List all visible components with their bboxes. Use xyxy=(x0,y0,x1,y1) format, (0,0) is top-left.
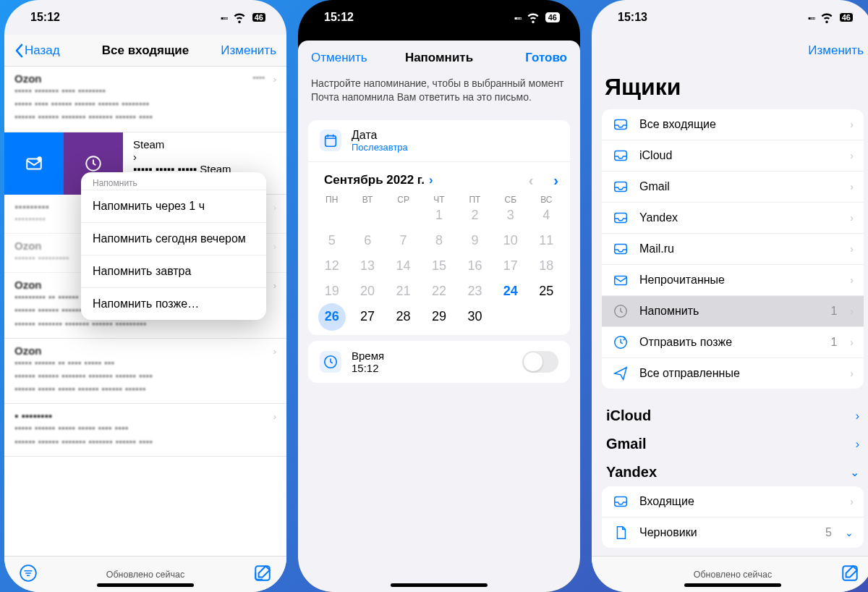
folder-label: Входящие xyxy=(639,495,840,508)
account-section[interactable]: Yandex⌄ xyxy=(592,458,868,486)
folder-row[interactable]: Входящие › xyxy=(602,486,864,517)
svg-rect-7 xyxy=(615,120,627,130)
mailbox-label: Mail.ru xyxy=(639,242,840,255)
home-indicator xyxy=(391,583,488,587)
cancel-button[interactable]: Отменить xyxy=(311,51,367,65)
sheet-description: Настройте напоминание, чтобы в выбранный… xyxy=(298,75,580,114)
chevron-right-icon: › xyxy=(850,274,854,286)
tray-icon xyxy=(612,272,629,288)
status-time: 15:12 xyxy=(324,11,354,24)
svg-rect-10 xyxy=(615,213,627,223)
folder-label: Черновики xyxy=(639,526,815,539)
wifi-icon xyxy=(231,9,247,27)
mailbox-row[interactable]: Отправить позже 1 › xyxy=(602,327,864,358)
folder-row[interactable]: Черновики 5 ⌄ xyxy=(602,517,864,548)
updated-status: Обновлено сейчас xyxy=(38,570,253,580)
filter-icon[interactable] xyxy=(19,564,38,585)
time-value: 15:12 xyxy=(352,362,384,374)
mailbox-label: Все отправленные xyxy=(639,367,840,380)
calendar-grid[interactable]: 1234 567891011 12131415161718 1920212223… xyxy=(308,205,570,335)
done-button[interactable]: Готово xyxy=(525,51,567,65)
mailbox-row[interactable]: Непрочитанные › xyxy=(602,265,864,296)
svg-rect-15 xyxy=(615,497,627,507)
mail-item[interactable]: Ozon▪▪▪▪› ▪▪▪▪▪ ▪▪▪▪▪▪▪ ▪▪▪▪ ▪▪▪▪▪▪▪▪ ▪▪… xyxy=(4,67,286,132)
phone-inbox: 15:12 46 Назад Все входящие Изменить Ozo… xyxy=(4,0,286,592)
time-label: Время xyxy=(352,350,384,362)
svg-point-1 xyxy=(37,156,42,161)
edit-button[interactable]: Изменить xyxy=(808,43,864,58)
mailbox-row[interactable]: Mail.ru › xyxy=(602,234,864,265)
tray-icon xyxy=(612,365,629,381)
battery-icon: 46 xyxy=(545,12,560,22)
status-indicators: 46 xyxy=(221,9,266,27)
compose-icon[interactable] xyxy=(841,564,859,585)
time-switch[interactable] xyxy=(522,351,558,373)
nav-bar: Изменить xyxy=(592,35,868,67)
weekday-header: ПНВТСРЧТПТСБВС xyxy=(308,195,570,205)
chevron-icon: ⌄ xyxy=(850,465,859,479)
date-row[interactable]: Дата Послезавтра xyxy=(308,120,570,162)
section-label: Yandex xyxy=(606,464,657,481)
edit-button[interactable]: Изменить xyxy=(221,43,276,58)
svg-rect-12 xyxy=(615,276,627,285)
mailbox-row[interactable]: Gmail › xyxy=(602,172,864,203)
popup-item-tomorrow[interactable]: Напомнить завтра xyxy=(81,255,266,287)
swipe-unread-button[interactable] xyxy=(4,132,64,195)
popup-item-later[interactable]: Напомнить позже… xyxy=(81,287,266,320)
mail-list[interactable]: Ozon▪▪▪▪› ▪▪▪▪▪ ▪▪▪▪▪▪▪ ▪▪▪▪ ▪▪▪▪▪▪▪▪ ▪▪… xyxy=(4,67,286,556)
battery-icon: 46 xyxy=(252,12,266,22)
signal-icon xyxy=(514,12,521,23)
mailbox-label: Напомнить xyxy=(639,305,820,318)
back-label: Назад xyxy=(25,43,60,58)
svg-rect-5 xyxy=(326,136,336,147)
status-time: 15:13 xyxy=(618,11,647,24)
wifi-icon xyxy=(525,9,541,27)
chevron-right-icon: › xyxy=(850,181,854,193)
mailbox-row[interactable]: Напомнить 1 › xyxy=(602,296,864,327)
tray-icon xyxy=(612,117,629,132)
next-month-button[interactable]: › xyxy=(553,172,558,189)
updated-status: Обновлено сейчас xyxy=(625,570,841,580)
popup-item-1h[interactable]: Напомнить через 1 ч xyxy=(81,190,266,222)
mailbox-label: Отправить позже xyxy=(639,336,820,349)
mail-item[interactable]: Ozon› ▪▪▪▪▪ ▪▪▪▪▪▪ ▪▪ ▪▪▪▪ ▪▪▪▪▪ ▪▪▪ ▪▪▪… xyxy=(4,339,286,405)
folder-icon xyxy=(612,494,629,509)
nav-bar: Назад Все входящие Изменить xyxy=(4,35,286,67)
date-label: Дата xyxy=(352,129,408,142)
selected-day: 26 xyxy=(318,303,346,331)
popup-title: Напомнить xyxy=(81,172,266,190)
mailbox-row[interactable]: Все входящие › xyxy=(602,109,864,140)
account-section[interactable]: Gmail› xyxy=(592,430,868,458)
status-time: 15:12 xyxy=(30,11,60,24)
popup-item-tonight[interactable]: Напомнить сегодня вечером xyxy=(81,222,266,255)
month-name[interactable]: Сентябрь 2022 г.› xyxy=(320,173,433,187)
tray-icon xyxy=(612,210,629,226)
back-button[interactable]: Назад xyxy=(14,43,60,58)
home-indicator xyxy=(684,583,781,587)
mailbox-label: Непрочитанные xyxy=(639,274,840,287)
date-value: Послезавтра xyxy=(352,142,408,153)
modal-sheet: Отменить Напомнить Готово Настройте напо… xyxy=(298,41,580,592)
account-section[interactable]: iCloud› xyxy=(592,402,868,430)
remind-popup: Напомнить Напомнить через 1 ч Напомнить … xyxy=(81,172,266,320)
mailbox-row[interactable]: Все отправленные › xyxy=(602,358,864,389)
clock-icon xyxy=(320,351,341,373)
compose-icon[interactable] xyxy=(253,564,272,585)
mailbox-label: Все входящие xyxy=(639,118,840,131)
time-card: Время 15:12 xyxy=(308,341,570,383)
mailbox-label: Gmail xyxy=(639,180,840,193)
prev-month-button[interactable]: ‹ xyxy=(529,172,534,189)
chevron-icon: › xyxy=(856,438,859,451)
status-bar: 15:13 46 xyxy=(592,0,868,35)
chevron-icon: › xyxy=(850,496,854,507)
svg-rect-8 xyxy=(615,151,627,161)
chevron-right-icon: › xyxy=(850,150,854,161)
tray-icon xyxy=(612,303,629,319)
mailbox-row[interactable]: iCloud › xyxy=(602,140,864,172)
time-row[interactable]: Время 15:12 xyxy=(308,341,570,383)
page-title: Ящики xyxy=(592,67,868,109)
mail-item[interactable]: ▪ ▪▪▪▪▪▪▪▪› ▪▪▪▪▪ ▪▪▪▪▪▪ ▪▪▪▪▪ ▪▪▪▪▪ ▪▪▪… xyxy=(4,404,286,456)
sheet-nav: Отменить Напомнить Готово xyxy=(298,41,580,75)
mailbox-row[interactable]: Yandex › xyxy=(602,203,864,234)
chevron-icon: ⌄ xyxy=(845,527,854,538)
